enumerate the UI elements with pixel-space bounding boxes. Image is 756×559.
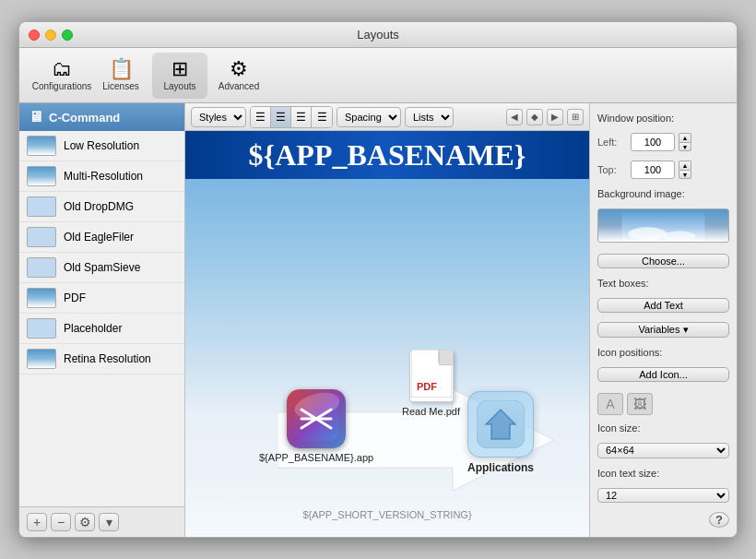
sidebar-item-label: Low Resolution — [64, 139, 139, 152]
sidebar-item-thumb — [27, 166, 56, 186]
icon-positions-label: Icon positions: — [597, 347, 729, 358]
window-title: Layouts — [357, 28, 399, 42]
traffic-lights — [29, 30, 73, 41]
left-decrement[interactable]: ▼ — [679, 142, 691, 151]
canvas-applications-icon: Applications — [467, 391, 534, 474]
toolbar: 🗂 Configurations 📋 Licenses ⊞ Layouts ⚙ … — [19, 48, 737, 103]
icon-text-size-label: Icon text size: — [597, 468, 729, 479]
configurations-icon: 🗂 — [52, 59, 72, 79]
icon-size-select[interactable]: 64×64 32×32 128×128 — [597, 443, 729, 458]
canvas-app-icon: ${APP_BASENAME}.app — [259, 389, 373, 463]
lists-select[interactable]: Lists — [405, 107, 454, 127]
canvas-area: ${APP_BASENAME} — [185, 131, 589, 537]
add-icon-button[interactable]: Add Icon... — [597, 367, 729, 382]
sidebar-item-thumb — [27, 318, 56, 339]
canvas-title: ${APP_BASENAME} — [249, 138, 526, 172]
layouts-label: Layouts — [163, 81, 195, 91]
sidebar-footer: + − ⚙ ▾ — [19, 506, 184, 537]
top-label: Top: — [597, 164, 627, 175]
toolbar-btn-configurations[interactable]: 🗂 Configurations — [34, 53, 89, 99]
sidebar-item-thumb — [27, 227, 56, 247]
styles-select[interactable]: Styles — [191, 107, 246, 127]
toolbar-btn-licenses[interactable]: 📋 Licenses — [93, 53, 148, 99]
align-justify-button[interactable]: ☰ — [312, 107, 332, 127]
sidebar-item-pdf[interactable]: PDF — [19, 283, 184, 314]
canvas-bottom-text: ${APP_SHORT_VERSION_STRING} — [302, 509, 471, 520]
toolbar-btn-advanced[interactable]: ⚙ Advanced — [211, 53, 266, 99]
sidebar-item-old-eaglefiler[interactable]: Old EagleFiler — [19, 222, 184, 253]
configurations-label: Configurations — [32, 81, 91, 91]
pdf-icon-label: Read Me.pdf — [402, 406, 460, 417]
sidebar-item-label: Retina Resolution — [64, 352, 151, 365]
main-panel: Styles ☰ ☰ ☰ ☰ Spacing Lists ◀ ◆ ▶ ⊞ — [185, 103, 589, 537]
sidebar-list: Low Resolution Multi-Resolution Old Drop… — [19, 131, 184, 506]
applications-icon-label: Applications — [467, 461, 534, 474]
sidebar-item-old-dropdmg[interactable]: Old DropDMG — [19, 192, 184, 222]
titlebar: Layouts — [19, 22, 737, 48]
help-button[interactable]: ? — [709, 512, 729, 528]
left-input[interactable] — [631, 133, 675, 151]
content-area: 🖥 C-Command Low Resolution Multi-Resolut… — [19, 103, 737, 537]
zoom-button[interactable] — [62, 30, 73, 41]
align-left-button[interactable]: ☰ — [251, 107, 271, 127]
minimize-button[interactable] — [45, 30, 56, 41]
sidebar-item-low-resolution[interactable]: Low Resolution — [19, 131, 184, 161]
top-decrement[interactable]: ▼ — [679, 170, 691, 179]
remove-layout-button[interactable]: − — [51, 513, 71, 531]
advanced-icon: ⚙ — [230, 59, 248, 79]
close-button[interactable] — [29, 30, 40, 41]
variables-button[interactable]: Variables ▾ — [597, 322, 729, 337]
canvas-title-bar: ${APP_BASENAME} — [185, 131, 589, 179]
sidebar-item-multi-resolution[interactable]: Multi-Resolution — [19, 161, 184, 192]
licenses-label: Licenses — [102, 81, 138, 91]
nav-grid-button[interactable]: ⊞ — [567, 109, 584, 125]
sidebar-item-retina-resolution[interactable]: Retina Resolution — [19, 344, 184, 375]
sidebar-item-thumb — [27, 136, 56, 156]
add-layout-button[interactable]: + — [27, 513, 47, 531]
icon-text-size-select[interactable]: 12 10 14 — [597, 488, 729, 503]
layouts-icon: ⊞ — [171, 59, 188, 79]
settings-layout-button[interactable]: ⚙ — [75, 513, 95, 531]
nav-next-button[interactable]: ▶ — [547, 109, 563, 125]
svg-point-11 — [664, 232, 696, 242]
toolbar-btn-layouts[interactable]: ⊞ Layouts — [152, 53, 207, 99]
sidebar: 🖥 C-Command Low Resolution Multi-Resolut… — [19, 103, 185, 537]
sidebar-header-icon: 🖥 — [29, 109, 43, 125]
window-position-label: Window position: — [597, 113, 729, 124]
sidebar-item-label: Multi-Resolution — [64, 170, 143, 183]
left-row: Left: ▲ ▼ — [597, 133, 729, 151]
icon-placeholder-2: 🖼 — [627, 393, 653, 415]
background-image-thumb — [597, 208, 729, 243]
sidebar-item-thumb — [27, 196, 56, 217]
sidebar-header: 🖥 C-Command — [19, 103, 184, 131]
more-layout-button[interactable]: ▾ — [99, 513, 119, 531]
spacing-select[interactable]: Spacing — [337, 107, 401, 127]
sidebar-item-label: Old SpamSieve — [64, 261, 140, 274]
sidebar-item-old-spamsieve[interactable]: Old SpamSieve — [19, 253, 184, 283]
left-increment[interactable]: ▲ — [679, 133, 691, 142]
icon-placeholder-1: A — [597, 393, 623, 415]
top-input[interactable] — [631, 161, 675, 179]
sidebar-item-label: PDF — [64, 291, 86, 304]
icon-size-label: Icon size: — [597, 422, 729, 434]
left-label: Left: — [597, 137, 627, 148]
top-row: Top: ▲ ▼ — [597, 161, 729, 179]
advanced-label: Advanced — [219, 81, 259, 91]
choose-button[interactable]: Choose... — [597, 254, 729, 268]
add-text-button[interactable]: Add Text — [597, 298, 729, 313]
left-stepper: ▲ ▼ — [679, 133, 691, 151]
align-right-button[interactable]: ☰ — [291, 107, 312, 127]
sidebar-item-placeholder[interactable]: Placeholder — [19, 314, 184, 344]
top-increment[interactable]: ▲ — [679, 161, 691, 170]
nav-prev-button[interactable]: ◀ — [506, 109, 523, 125]
icon-placeholders: A 🖼 — [597, 393, 729, 415]
background-image-label: Background image: — [597, 188, 729, 199]
top-stepper: ▲ ▼ — [679, 161, 691, 179]
sidebar-header-title: C-Command — [49, 111, 120, 125]
align-center-button[interactable]: ☰ — [271, 107, 291, 127]
nav-diamond-button[interactable]: ◆ — [526, 109, 543, 125]
text-boxes-label: Text boxes: — [597, 278, 729, 289]
svg-rect-6 — [439, 350, 452, 363]
align-buttons: ☰ ☰ ☰ ☰ — [250, 106, 333, 128]
right-panel: Window position: Left: ▲ ▼ Top: ▲ ▼ Back… — [589, 103, 737, 537]
